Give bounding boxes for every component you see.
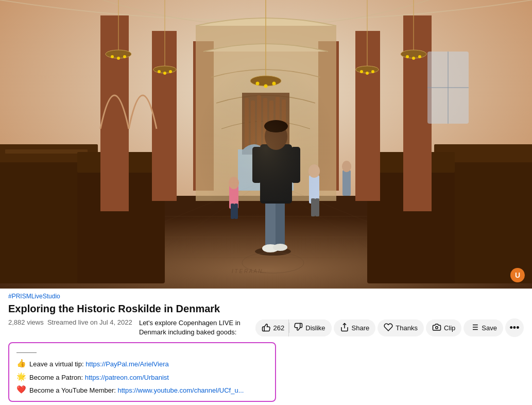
desc-line-patron: 🌟 Become a Patron: https://patreon.com/U… xyxy=(16,373,268,383)
description-box: ——— 👍 Leave a virtual tip: https://PayPa… xyxy=(8,342,276,402)
svg-point-80 xyxy=(342,161,351,172)
svg-rect-79 xyxy=(342,170,351,196)
thanks-label: Thanks xyxy=(396,324,418,332)
svg-point-44 xyxy=(163,72,166,75)
like-button[interactable]: 262 xyxy=(255,319,289,336)
svg-rect-23 xyxy=(403,15,432,211)
svg-point-53 xyxy=(360,70,363,73)
like-icon xyxy=(262,323,271,333)
svg-rect-24 xyxy=(355,31,380,201)
tip-link[interactable]: https://PayPal.me/ArielViera xyxy=(85,360,169,368)
svg-rect-72 xyxy=(231,204,234,219)
svg-text:I T E R A A N...: I T E R A A N... xyxy=(232,268,266,274)
svg-point-49 xyxy=(412,57,415,60)
tip-text: Leave a virtual tip: https://PayPal.me/A… xyxy=(29,359,169,369)
member-link[interactable]: https://www.youtube.com/channel/UCf_u... xyxy=(118,386,244,394)
svg-point-54 xyxy=(366,72,369,75)
more-options-button[interactable]: ••• xyxy=(505,318,524,337)
svg-rect-21 xyxy=(152,31,177,201)
share-icon xyxy=(340,323,349,333)
desc-separator: ——— xyxy=(16,348,268,356)
tip-emoji: 👍 xyxy=(16,359,26,367)
svg-point-45 xyxy=(169,70,172,73)
action-buttons: 262 Dislike xyxy=(255,318,524,337)
meta-row: 2,882 views Streamed live on Jul 4, 2022… xyxy=(8,318,524,337)
patron-emoji: 🌟 xyxy=(16,373,26,380)
description-snippet: Let's explore Copenhagen LIVE in Denmark… xyxy=(139,318,255,337)
svg-point-38 xyxy=(111,55,114,58)
dislike-button[interactable]: Dislike xyxy=(289,319,331,336)
desc-line-tip: 👍 Leave a virtual tip: https://PayPal.me… xyxy=(16,359,268,369)
save-button[interactable]: Save xyxy=(464,319,503,336)
patron-link[interactable]: https://patreon.com/Urbanist xyxy=(85,374,169,381)
desc-line-member: ❤️ Become a YouTube Member: https://www.… xyxy=(16,385,268,396)
like-count: 262 xyxy=(273,324,285,332)
svg-rect-62 xyxy=(265,201,276,247)
svg-point-50 xyxy=(418,55,421,58)
svg-point-40 xyxy=(123,55,126,58)
video-info-section: #PRISMLiveStudio Exploring the Historic … xyxy=(0,289,532,405)
svg-rect-77 xyxy=(315,198,319,216)
svg-point-39 xyxy=(117,57,120,60)
video-player[interactable]: I T E R A A N... U xyxy=(0,0,532,289)
thanks-button[interactable]: Thanks xyxy=(377,319,424,336)
views-info: 2,882 views Streamed live on Jul 4, 2022 xyxy=(8,318,136,326)
dislike-icon xyxy=(294,323,303,333)
save-icon xyxy=(470,323,479,333)
channel-watermark: U xyxy=(510,268,525,282)
svg-point-48 xyxy=(406,55,409,58)
svg-rect-76 xyxy=(311,198,315,216)
clip-label: Clip xyxy=(444,324,455,332)
svg-point-43 xyxy=(158,70,161,73)
thanks-icon xyxy=(384,323,393,333)
share-button[interactable]: Share xyxy=(334,319,376,336)
member-text: Become a YouTube Member: https://www.you… xyxy=(29,385,244,396)
svg-rect-83 xyxy=(196,26,336,201)
meta-left: 2,882 views Streamed live on Jul 4, 2022… xyxy=(8,318,255,337)
svg-rect-12 xyxy=(5,149,88,154)
video-title: Exploring the Historic Roskilde in Denma… xyxy=(8,302,524,315)
svg-point-88 xyxy=(436,326,438,329)
svg-point-55 xyxy=(371,70,374,73)
member-emoji: ❤️ xyxy=(16,385,26,393)
dislike-label: Dislike xyxy=(305,324,325,332)
like-dislike-group: 262 Dislike xyxy=(255,319,332,336)
clip-icon xyxy=(432,323,441,333)
patron-text: Become a Patron: https://patreon.com/Urb… xyxy=(29,373,169,383)
svg-rect-73 xyxy=(234,204,238,219)
save-label: Save xyxy=(482,324,497,332)
channel-tag[interactable]: #PRISMLiveStudio xyxy=(8,293,524,300)
svg-point-65 xyxy=(273,244,287,251)
svg-rect-63 xyxy=(276,201,285,247)
share-label: Share xyxy=(352,324,370,332)
clip-button[interactable]: Clip xyxy=(426,319,461,336)
more-icon: ••• xyxy=(510,323,520,333)
